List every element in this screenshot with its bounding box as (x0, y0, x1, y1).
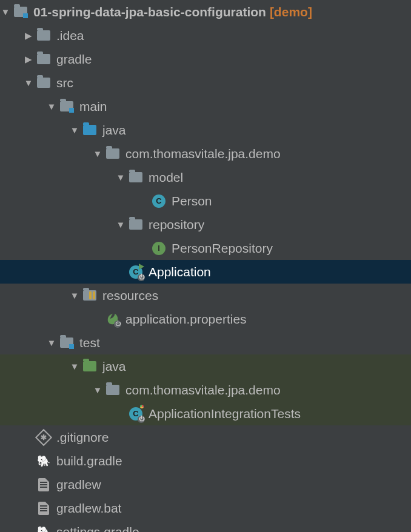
tree-item-label: java (102, 359, 126, 374)
module-folder-icon (59, 337, 75, 348)
tree-item-main[interactable]: ▼main (0, 95, 411, 118)
test-class-icon: C (128, 407, 144, 421)
chevron-down-icon[interactable]: ▼ (92, 385, 103, 394)
chevron-down-icon[interactable]: ▼ (0, 7, 11, 16)
folder-icon (128, 219, 144, 230)
gitignore-icon: ✱ (36, 431, 52, 444)
chevron-down-icon[interactable]: ▼ (115, 173, 126, 182)
tree-item-root[interactable]: ▼01-spring-data-jpa-basic-configuration[… (0, 0, 411, 24)
tree-item-label: Person (172, 194, 212, 208)
tree-item-gradle[interactable]: ▶gradle (0, 47, 411, 71)
tree-item-idea[interactable]: ▶.idea (0, 24, 411, 47)
chevron-down-icon[interactable]: ▼ (69, 362, 80, 371)
tree-item-label: test (79, 336, 100, 350)
tree-item-sgradle[interactable]: ▼🐘settings.gradle (0, 520, 411, 532)
tree-item-bgradle[interactable]: ▼🐘build.gradle (0, 449, 411, 473)
tree-item-gradlew[interactable]: ▼gradlew (0, 473, 411, 496)
source-folder-icon (82, 125, 98, 135)
chevron-down-icon[interactable]: ▼ (46, 338, 57, 347)
tree-item-label: com.thomasvitale.jpa.demo (125, 383, 281, 397)
tree-item-person[interactable]: ▼CPerson (0, 189, 411, 213)
tree-item-label: application.properties (125, 312, 247, 327)
chevron-down-icon[interactable]: ▼ (69, 291, 80, 300)
chevron-right-icon[interactable]: ▶ (23, 31, 34, 40)
folder-icon (105, 385, 121, 395)
chevron-right-icon[interactable]: ▶ (23, 55, 34, 64)
tree-item-label: repository (149, 218, 204, 232)
tree-item-label: src (56, 76, 73, 90)
gradle-icon: 🐘 (36, 527, 52, 533)
tree-item-approp[interactable]: ▼application.properties (0, 307, 411, 331)
tree-item-tpkg[interactable]: ▼com.thomasvitale.jpa.demo (0, 378, 411, 402)
tree-item-tjava[interactable]: ▼java (0, 354, 411, 378)
project-tree[interactable]: ▼01-spring-data-jpa-basic-configuration[… (0, 0, 411, 532)
class-icon: C (151, 195, 167, 208)
tree-item-label: model (149, 170, 183, 185)
file-icon (36, 478, 52, 491)
chevron-down-icon[interactable]: ▼ (69, 125, 80, 135)
tree-item-label: .idea (56, 28, 84, 43)
tree-item-label: gradle (56, 52, 92, 67)
resources-folder-icon (82, 290, 98, 301)
tree-item-label: ApplicationIntegrationTests (149, 407, 301, 421)
tree-item-label: resources (102, 288, 158, 303)
tree-item-label: main (79, 99, 107, 114)
runnable-class-icon: C (128, 265, 144, 279)
tree-item-test[interactable]: ▼test (0, 331, 411, 354)
tree-item-java[interactable]: ▼java (0, 118, 411, 142)
tree-item-label: gradlew (56, 477, 101, 492)
folder-icon (105, 148, 121, 159)
tree-item-label: .gitignore (56, 430, 109, 445)
interface-icon: I (151, 242, 167, 255)
folder-icon (36, 54, 52, 64)
folder-icon (36, 78, 52, 88)
tree-item-pkg[interactable]: ▼com.thomasvitale.jpa.demo (0, 142, 411, 165)
module-folder-icon (59, 101, 75, 111)
tree-item-label: settings.gradle (56, 525, 139, 533)
folder-icon (128, 172, 144, 182)
tree-item-repo[interactable]: ▼repository (0, 213, 411, 236)
folder-icon (36, 30, 52, 41)
test-folder-icon (82, 361, 98, 371)
tree-item-label: Application (149, 265, 211, 279)
chevron-down-icon[interactable]: ▼ (23, 78, 34, 87)
tree-item-label: gradlew.bat (56, 501, 121, 516)
module-folder-icon (13, 7, 28, 17)
tree-item-prsnrepo[interactable]: ▼IPersonRepository (0, 236, 411, 260)
tree-item-label: PersonRepository (172, 241, 273, 256)
file-icon (36, 502, 52, 515)
tree-item-label: java (102, 123, 126, 138)
gradle-icon: 🐘 (36, 456, 52, 467)
tree-item-src[interactable]: ▼src (0, 71, 411, 95)
tree-item-res[interactable]: ▼resources (0, 284, 411, 307)
tree-item-model[interactable]: ▼model (0, 165, 411, 189)
tree-item-label: build.gradle (56, 454, 122, 468)
tree-item-label: com.thomasvitale.jpa.demo (125, 147, 281, 161)
chevron-down-icon[interactable]: ▼ (115, 220, 126, 229)
spring-config-icon (105, 313, 121, 326)
tree-item-app[interactable]: ▼CApplication (0, 260, 411, 284)
chevron-down-icon[interactable]: ▼ (92, 149, 103, 158)
chevron-down-icon[interactable]: ▼ (46, 102, 57, 111)
tree-item-label: 01-spring-data-jpa-basic-configuration (33, 5, 266, 19)
tree-item-gradlewb[interactable]: ▼gradlew.bat (0, 496, 411, 520)
tree-item-apptest[interactable]: ▼CApplicationIntegrationTests (0, 402, 411, 425)
module-suffix: [demo] (270, 5, 312, 19)
tree-item-gitig[interactable]: ▼✱.gitignore (0, 425, 411, 449)
